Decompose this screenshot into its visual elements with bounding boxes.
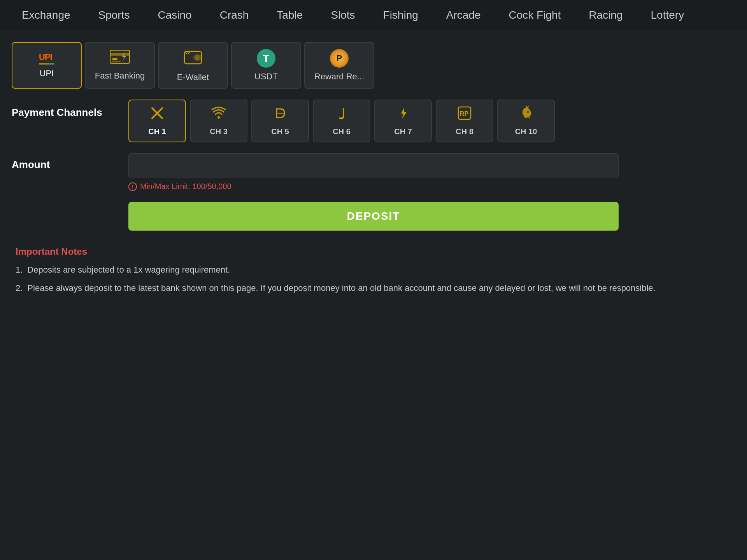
payment-method-tabs: UPI UPI Fast Banking [12, 42, 735, 89]
svg-text:RP: RP [460, 110, 469, 117]
min-max-text: Min/Max Limit: 100/50,000 [140, 182, 231, 191]
fast-banking-icon [110, 50, 130, 67]
payment-method-reward[interactable]: P Reward Re... [304, 42, 374, 89]
nav-item-fishing[interactable]: Fishing [369, 0, 432, 30]
svg-rect-2 [112, 58, 117, 60]
reward-icon: P [330, 49, 349, 68]
channel-ch6[interactable]: CH 6 [313, 100, 370, 142]
nav-item-table[interactable]: Table [263, 0, 317, 30]
payment-method-reward-label: Reward Re... [314, 72, 364, 82]
payment-channels-label: Payment Channels [12, 100, 121, 119]
ch7-icon [396, 106, 410, 124]
nav-item-exchange[interactable]: Exchange [8, 0, 84, 30]
ch3-label: CH 3 [210, 127, 228, 136]
channel-ch5[interactable]: CH 5 [251, 100, 309, 142]
notes-title: Important Notes [16, 246, 731, 257]
ch10-label: CH 10 [515, 127, 537, 136]
payment-method-upi-label: UPI [40, 68, 54, 79]
ch10-icon [519, 106, 533, 124]
nav-item-racing[interactable]: Racing [575, 0, 637, 30]
main-content: UPI UPI Fast Banking [0, 30, 747, 312]
deposit-button-row: DEPOSIT [12, 202, 735, 231]
payment-method-fast-banking-label: Fast Banking [95, 71, 145, 81]
list-item: 2. Please always deposit to the latest b… [16, 282, 731, 294]
svg-rect-3 [112, 61, 121, 62]
channel-ch10[interactable]: CH 10 [497, 100, 555, 142]
payment-method-ewallet[interactable]: E-Wallet [158, 42, 228, 89]
min-max-hint: ! Min/Max Limit: 100/50,000 [128, 182, 619, 191]
svg-point-10 [217, 116, 220, 119]
payment-method-ewallet-label: E-Wallet [177, 72, 209, 82]
notes-list: 1. Deposits are subjected to a 1x wageri… [16, 263, 731, 294]
ch7-label: CH 7 [394, 127, 412, 136]
amount-label: Amount [12, 153, 121, 171]
ch1-icon [150, 106, 165, 124]
ch5-label: CH 5 [271, 127, 289, 136]
nav-item-sports[interactable]: Sports [84, 0, 144, 30]
nav-item-arcade[interactable]: Arcade [432, 0, 495, 30]
ch8-label: CH 8 [456, 127, 473, 136]
nav-item-lottery[interactable]: Lottery [637, 0, 698, 30]
upi-icon: UPI [39, 52, 54, 65]
channels-row: CH 1 CH 3 [128, 100, 555, 142]
payment-method-upi[interactable]: UPI UPI [12, 42, 82, 89]
amount-input-wrapper: ! Min/Max Limit: 100/50,000 [128, 153, 619, 191]
deposit-button[interactable]: DEPOSIT [128, 202, 619, 231]
ch3-icon [211, 106, 226, 124]
ch6-icon [334, 106, 349, 124]
channel-ch7[interactable]: CH 7 [374, 100, 432, 142]
ch1-label: CH 1 [148, 127, 166, 136]
payment-channels-section: Payment Channels CH 1 [12, 100, 735, 142]
ch5-icon [273, 106, 288, 124]
nav-item-slots[interactable]: Slots [317, 0, 369, 30]
notes-section: Important Notes 1. Deposits are subjecte… [12, 246, 735, 294]
hint-icon: ! [128, 182, 137, 191]
ewallet-icon [184, 48, 202, 68]
payment-method-usdt-label: USDT [254, 72, 278, 82]
list-item: 1. Deposits are subjected to a 1x wageri… [16, 263, 731, 276]
payment-method-fast-banking[interactable]: Fast Banking [85, 42, 155, 89]
channel-ch3[interactable]: CH 3 [190, 100, 247, 142]
svg-point-15 [527, 111, 529, 113]
payment-method-usdt[interactable]: T USDT [231, 42, 301, 89]
svg-point-7 [196, 55, 201, 60]
amount-section: Amount ! Min/Max Limit: 100/50,000 [12, 153, 735, 191]
nav-item-crash[interactable]: Crash [206, 0, 263, 30]
nav-item-casino[interactable]: Casino [144, 0, 205, 30]
ch8-icon: RP [457, 106, 472, 124]
channel-ch1[interactable]: CH 1 [128, 100, 186, 142]
navigation-bar: Exchange Sports Casino Crash Table Slots… [0, 0, 747, 30]
svg-marker-12 [401, 107, 407, 119]
amount-input[interactable] [128, 153, 619, 178]
usdt-icon: T [257, 49, 275, 68]
svg-rect-1 [110, 53, 130, 56]
ch6-label: CH 6 [333, 127, 351, 136]
channel-ch8[interactable]: RP CH 8 [436, 100, 493, 142]
nav-item-cockfight[interactable]: Cock Fight [495, 0, 575, 30]
